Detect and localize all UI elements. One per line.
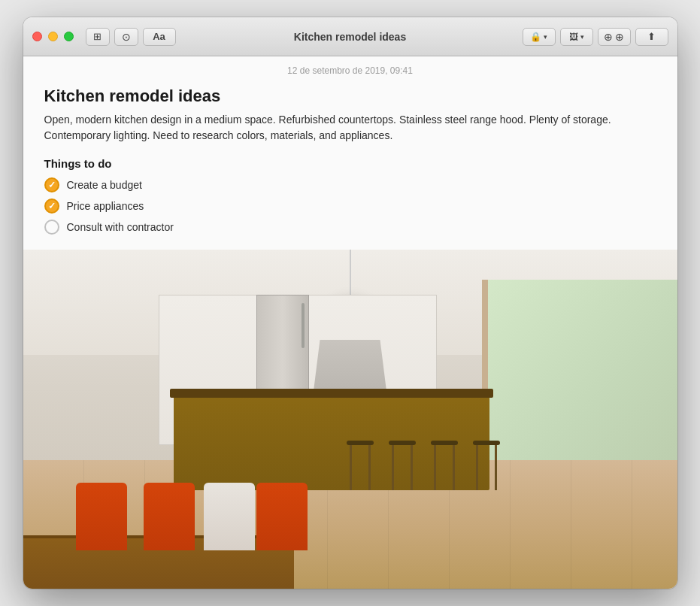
- checklist-item-2[interactable]: Price appliances: [44, 198, 656, 214]
- collaborate-button[interactable]: ⊕ ⊕: [598, 28, 631, 46]
- kitchen-photo: [23, 250, 677, 589]
- image-icon: 🖼: [569, 32, 578, 42]
- font-icon: Aa: [153, 31, 165, 42]
- share-button[interactable]: ⬆: [635, 28, 668, 46]
- lock-icon: 🔒: [530, 32, 541, 42]
- note-title[interactable]: Kitchen remodel ideas: [44, 86, 656, 106]
- collab-icon: ⊕: [604, 31, 613, 43]
- checkbox-3[interactable]: [44, 220, 59, 235]
- image-chevron-icon: ▾: [580, 33, 584, 41]
- maximize-button[interactable]: [64, 32, 74, 41]
- checklist-item-3[interactable]: Consult with contractor: [44, 220, 656, 235]
- pendant-cord: [350, 250, 351, 295]
- checklist: Create a budget Price appliances Consult…: [44, 177, 656, 235]
- checklist-button[interactable]: ⊙: [114, 28, 138, 46]
- lock-chevron-icon: ▾: [544, 33, 547, 41]
- collab-icon2: ⊕: [615, 31, 624, 43]
- barstool-1: [347, 441, 374, 490]
- titlebar: ⊞ ⊙ Aa Kitchen remodel ideas 🔒 ▾ 🖼 ▾ ⊕ ⊕: [23, 17, 677, 56]
- close-button[interactable]: [32, 32, 42, 41]
- checklist-item-3-label: Consult with contractor: [67, 221, 174, 233]
- stool-legs-2: [392, 445, 413, 490]
- minimize-button[interactable]: [48, 32, 58, 41]
- stool-legs-1: [350, 445, 371, 490]
- note-area: 12 de setembro de 2019, 09:41 Kitchen re…: [23, 56, 677, 250]
- stool-legs-3: [434, 445, 455, 490]
- share-icon: ⬆: [647, 31, 656, 42]
- checkbox-2[interactable]: [44, 198, 59, 214]
- note-description[interactable]: Open, modern kitchen design in a medium …: [44, 112, 656, 144]
- barstools: [347, 441, 500, 490]
- toolbar-left: ⊞ ⊙ Aa: [86, 28, 176, 46]
- lock-button[interactable]: 🔒 ▾: [523, 28, 556, 46]
- font-button[interactable]: Aa: [143, 28, 176, 46]
- things-heading: Things to do: [44, 157, 656, 170]
- kitchen-scene: [23, 250, 677, 589]
- island-top: [170, 389, 493, 398]
- chair-4: [204, 483, 255, 550]
- note-date: 12 de setembro de 2019, 09:41: [44, 65, 656, 76]
- chair-2: [144, 483, 195, 550]
- checkbox-1[interactable]: [44, 177, 59, 192]
- checkmark-icon: ⊙: [122, 31, 131, 43]
- app-window: ⊞ ⊙ Aa Kitchen remodel ideas 🔒 ▾ 🖼 ▾ ⊕ ⊕: [23, 17, 677, 589]
- note-content: 12 de setembro de 2019, 09:41 Kitchen re…: [23, 56, 677, 589]
- chair-3: [256, 483, 308, 550]
- image-button[interactable]: 🖼 ▾: [560, 28, 593, 46]
- grid-icon: ⊞: [93, 31, 102, 42]
- grid-view-button[interactable]: ⊞: [86, 28, 110, 46]
- checklist-item-1[interactable]: Create a budget: [44, 177, 656, 192]
- traffic-lights: [32, 32, 74, 41]
- barstool-4: [473, 441, 500, 490]
- checklist-item-1-label: Create a budget: [67, 179, 142, 191]
- chair-1: [76, 483, 127, 550]
- checklist-item-2-label: Price appliances: [67, 200, 144, 212]
- stool-legs-4: [476, 445, 497, 490]
- window-title: Kitchen remodel ideas: [294, 31, 406, 43]
- barstool-2: [389, 441, 416, 490]
- toolbar-right: 🔒 ▾ 🖼 ▾ ⊕ ⊕ ⬆: [523, 28, 668, 46]
- barstool-3: [431, 441, 458, 490]
